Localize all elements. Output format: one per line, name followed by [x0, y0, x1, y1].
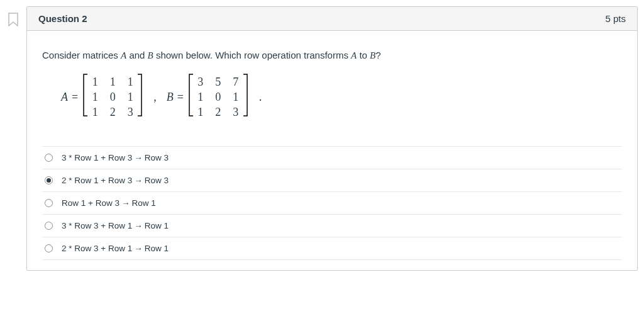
answer-list: 3 * Row 1 + Row 3→Row 3 2 * Row 1 + Row … [42, 146, 622, 260]
answer-option[interactable]: 2 * Row 3 + Row 1→Row 1 [42, 237, 622, 260]
matrix-A: 111 101 123 [83, 74, 142, 121]
radio-icon[interactable] [45, 199, 53, 207]
radio-icon[interactable] [45, 222, 53, 230]
right-bracket-icon [137, 74, 142, 116]
answer-option[interactable]: 3 * Row 1 + Row 3→Row 3 [42, 146, 622, 169]
radio-icon[interactable] [45, 244, 53, 252]
matrices-display: A = 111 101 123 , B = 357 101 123 [61, 74, 622, 121]
question-header: Question 2 5 pts [27, 7, 637, 31]
question-points: 5 pts [605, 13, 626, 24]
radio-icon[interactable] [45, 154, 53, 162]
right-bracket-icon [243, 74, 248, 116]
bookmark-icon[interactable] [8, 13, 19, 26]
radio-icon[interactable] [45, 176, 53, 184]
answer-option[interactable]: 3 * Row 3 + Row 1→Row 1 [42, 214, 622, 237]
left-bracket-icon [189, 74, 194, 116]
question-title: Question 2 [38, 13, 87, 24]
question-body: Consider matrices A and B shown below. W… [27, 31, 637, 270]
question-stem: Consider matrices A and B shown below. W… [42, 48, 622, 62]
answer-option[interactable]: Row 1 + Row 3→Row 1 [42, 191, 622, 214]
question-box: Question 2 5 pts Consider matrices A and… [26, 6, 638, 271]
answer-option[interactable]: 2 * Row 1 + Row 3→Row 3 [42, 169, 622, 191]
bookmark-column [0, 6, 26, 26]
left-bracket-icon [83, 74, 88, 116]
matrix-B: 357 101 123 [189, 74, 248, 121]
